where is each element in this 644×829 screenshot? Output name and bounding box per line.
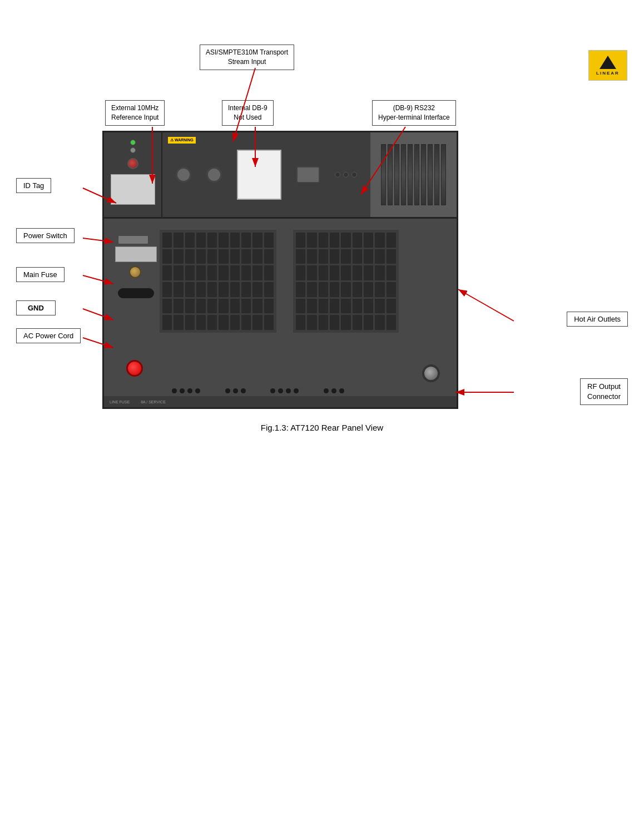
warning-label: ⚠ WARNING (168, 137, 196, 144)
circular-conn-2 (206, 167, 222, 182)
fin3 (394, 144, 399, 205)
label-db9-rs232: (DB-9) RS232 Hyper-terminal Interface (372, 100, 456, 126)
white-module (237, 150, 281, 200)
fin9 (434, 144, 439, 205)
rf-output-connector (422, 364, 440, 382)
label-ac-power-cord: AC Power Cord (16, 328, 81, 343)
left-vent-area (160, 230, 276, 333)
diagram-area: ASI/SMPTE310M Transport Stream Input Ext… (16, 45, 628, 501)
vent-pattern-right (293, 230, 399, 333)
power-knob (127, 158, 138, 169)
gnd-bolt (129, 266, 141, 278)
dots-group-3 (270, 388, 299, 393)
label-id-tag: ID Tag (16, 178, 51, 193)
svg-line-10 (458, 289, 514, 321)
bottom-label-strip: LINE FUSE 8A / SERVICE (104, 396, 457, 407)
fin6 (414, 144, 419, 205)
bottom-dots-area (160, 388, 356, 393)
fin7 (421, 144, 426, 205)
fin8 (428, 144, 433, 205)
page: LINEAR ASI/SMPTE310M Transport Stream In… (0, 45, 644, 829)
circular-conn-1 (176, 167, 191, 182)
red-power-button (126, 360, 143, 377)
fin2 (388, 144, 393, 205)
dots-group-4 (324, 388, 344, 393)
fin10 (441, 144, 446, 205)
panel-right-heatsink (370, 132, 457, 217)
fin1 (381, 144, 386, 205)
dots-group-2 (225, 388, 246, 393)
right-vent-area (293, 230, 399, 333)
panel-body: LINE FUSE 8A / SERVICE (104, 219, 457, 407)
heatsink-fins (381, 144, 446, 205)
fin4 (401, 144, 406, 205)
panel-top-row: ⚠ WARNING (104, 132, 457, 219)
led-on (130, 140, 136, 145)
label-power-switch: Power Switch (16, 228, 75, 243)
figure-caption: Fig.1.3: AT7120 Rear Panel View (16, 423, 628, 432)
label-rf-output: RF Output Connector (580, 378, 628, 405)
label-internal-db9: Internal DB-9 Not Used (222, 100, 274, 126)
label-sticker (111, 174, 155, 205)
label-external-ref: External 10MHz Reference Input (105, 100, 165, 126)
db9-connector (296, 166, 320, 183)
rear-panel-photo: ⚠ WARNING (102, 131, 458, 409)
panel-left-controls (104, 132, 162, 217)
label-hot-air: Hot Air Outlets (567, 312, 628, 327)
ac-cable (118, 288, 154, 298)
vent-pattern-left (160, 230, 276, 333)
led-off (130, 147, 136, 153)
fuse-label (115, 246, 157, 262)
dots-connectors (335, 172, 357, 177)
dots-group-1 (172, 388, 200, 393)
label-asi-input: ASI/SMPTE310M Transport Stream Input (200, 45, 294, 70)
main-fuse-area (118, 235, 148, 244)
panel-center: ⚠ WARNING (162, 132, 370, 217)
label-gnd: GND (16, 300, 56, 315)
label-main-fuse: Main Fuse (16, 267, 65, 282)
fin5 (408, 144, 413, 205)
